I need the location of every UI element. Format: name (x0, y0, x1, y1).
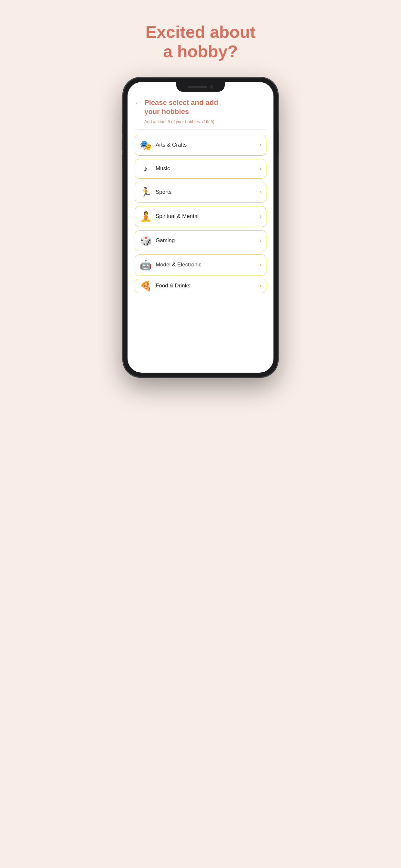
hobby-emoji-music: ♪ (140, 164, 152, 174)
hobby-label-music: Music (156, 165, 256, 172)
hobby-item-gaming[interactable]: 🎲Gaming› (135, 230, 266, 251)
front-camera (210, 85, 213, 89)
hobby-chevron-food-drinks: › (260, 283, 261, 289)
phone-frame: ← Please select and add your hobbies Add… (123, 78, 278, 377)
hobby-item-spiritual-mental[interactable]: 🧘Spiritual & Mental› (135, 206, 266, 227)
hobby-item-music[interactable]: ♪Music› (135, 159, 266, 179)
hobby-item-model-electronic[interactable]: 🤖Model & Electronic› (135, 254, 266, 275)
back-arrow-icon[interactable]: ← (135, 99, 142, 107)
phone-screen: ← Please select and add your hobbies Add… (127, 82, 274, 373)
divider (135, 129, 266, 129)
phone-notch (176, 82, 225, 92)
hobby-chevron-arts-crafts: › (260, 142, 261, 148)
hobby-chevron-spiritual-mental: › (260, 213, 261, 219)
header: ← Please select and add your hobbies Add… (135, 98, 266, 124)
hobby-emoji-gaming: 🎲 (140, 235, 152, 246)
hobby-emoji-food-drinks: 🍕 (140, 280, 152, 291)
hobby-item-sports[interactable]: 🏃Sports› (135, 182, 266, 203)
hobby-label-spiritual-mental: Spiritual & Mental (156, 213, 256, 220)
hobby-count-subtitle: Add at least 5 of your hobbies. (16/ 5) (144, 119, 266, 124)
screen-heading: Please select and add your hobbies (144, 98, 218, 117)
speaker (188, 86, 207, 88)
hobby-list: 🎭Arts & Crafts›♪Music›🏃Sports›🧘Spiritual… (135, 135, 266, 293)
screen-content: ← Please select and add your hobbies Add… (127, 82, 274, 373)
hobby-emoji-spiritual-mental: 🧘 (140, 211, 152, 222)
hobby-chevron-music: › (260, 166, 261, 172)
hobby-chevron-sports: › (260, 189, 261, 195)
hobby-item-food-drinks[interactable]: 🍕Food & Drinks› (135, 279, 266, 293)
hobby-emoji-sports: 🏃 (140, 187, 152, 198)
back-title-row: ← Please select and add your hobbies (135, 98, 266, 117)
hobby-label-arts-crafts: Arts & Crafts (156, 142, 256, 148)
hobby-label-food-drinks: Food & Drinks (156, 283, 256, 289)
page-title: Excited about a hobby? (146, 23, 256, 61)
hobby-chevron-model-electronic: › (260, 262, 261, 268)
hobby-chevron-gaming: › (260, 238, 261, 244)
hobby-emoji-arts-crafts: 🎭 (140, 140, 152, 151)
hobby-label-sports: Sports (156, 189, 256, 195)
hobby-label-gaming: Gaming (156, 237, 256, 244)
hobby-item-arts-crafts[interactable]: 🎭Arts & Crafts› (135, 135, 266, 156)
hobby-label-model-electronic: Model & Electronic (156, 261, 256, 268)
hobby-emoji-model-electronic: 🤖 (140, 259, 152, 271)
